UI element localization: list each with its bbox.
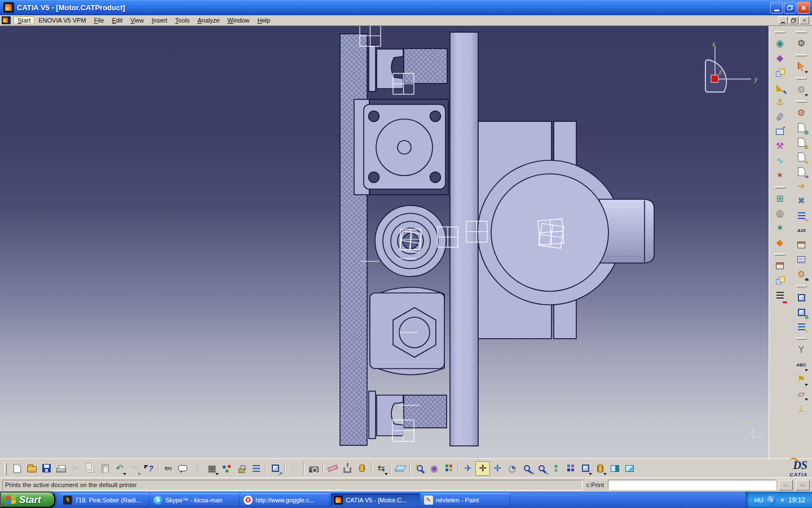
import-document-icon[interactable]: ➜ [794,164,809,179]
render-tools-icon[interactable] [412,461,427,476]
color-prism-icon[interactable]: ◆ [773,51,787,65]
sectioning-icon[interactable] [773,273,787,288]
restore-button[interactable] [784,2,796,14]
close-button[interactable]: × [797,2,810,14]
new-document-icon[interactable] [10,461,24,476]
print-icon[interactable] [54,461,68,476]
measure-item-icon[interactable] [340,461,355,476]
axis-swap-icon[interactable]: Y [794,343,809,357]
undo-icon[interactable]: ↶ [112,461,127,476]
menu-tools[interactable]: Tools [171,16,194,24]
fly-mode-icon[interactable]: ✈ [461,461,475,476]
power-gears-icon[interactable]: ⚙ [794,36,809,51]
compass-origin[interactable] [711,75,718,82]
generate-numbering-icon[interactable]: A15 [794,223,809,238]
clock[interactable]: 19:12 [788,496,805,504]
pan-icon[interactable]: ✛ [490,461,505,476]
selective-load-icon[interactable] [794,238,809,252]
motor-assembly-section[interactable] [340,32,654,446]
select-icon[interactable] [794,59,809,74]
spec-tree-icon[interactable]: ▂ [773,288,787,303]
offset-sections-icon[interactable]: ⇅ [794,305,809,319]
menu-help[interactable]: Help [254,16,275,24]
apply-material-icon[interactable] [442,461,456,476]
move-component-icon[interactable] [773,65,787,80]
orbit-sphere-icon[interactable]: ◉ [773,36,787,51]
hide-show-icon[interactable] [607,461,622,476]
knowledge-graph-icon[interactable] [219,461,234,476]
snap-view-icon[interactable]: ◎ [773,206,787,221]
clash-detection-icon[interactable]: ◆ [773,235,787,250]
menu-edit[interactable]: Edit [108,16,126,24]
taskbar-button-n-vtelen-paint[interactable]: ✎névtelen - Paint [421,493,510,506]
comment-icon[interactable] [175,461,190,476]
menu-enovia-v5-vpm[interactable]: ENOVIA V5 VPM [34,16,90,24]
section-view-icon[interactable]: ▱ [794,387,809,401]
multi-instantiation-icon[interactable]: ⚙n [794,267,809,282]
update-star-icon[interactable]: ✶ [773,168,787,183]
text-annotation-icon[interactable]: ABC [794,357,809,372]
anchor-constraint-icon[interactable]: ⚓ [773,95,787,110]
catalog-browser-icon[interactable]: ↗ [268,461,283,476]
menu-start[interactable]: Start [14,16,34,24]
multi-view-icon[interactable] [563,461,578,476]
delete-useless-icon[interactable]: ✖ [794,194,809,208]
document-icon[interactable] [2,16,11,24]
depth-effect-icon[interactable] [393,461,408,476]
start-button[interactable]: Start [0,492,55,508]
dialog-button-1[interactable]: ▭ [779,480,793,491]
rules-icon[interactable] [249,461,263,476]
cad-model[interactable]: x y [0,26,769,458]
render-style-icon[interactable] [593,461,607,476]
mdi-close-button[interactable]: × [800,16,809,24]
export-document-icon[interactable]: ➜ [794,150,809,164]
menu-analyze[interactable]: Analyze [193,16,223,24]
selection-filter-icon[interactable]: ⚙ [794,82,809,97]
update-all-icon[interactable]: ⚙ [794,106,809,120]
command-input[interactable] [608,480,776,490]
stamp-fix-icon[interactable]: ⊥ [794,401,809,416]
environment-icon[interactable]: ◉ [427,461,442,476]
tree-reorder-icon[interactable]: ↷ [794,208,809,223]
minimize-button[interactable] [770,2,783,14]
menu-file[interactable]: File [90,16,108,24]
taskbar-button-718-pink-sober-radi[interactable]: ϟ718. Pink:Sober (Radi... [60,493,149,506]
capture-image-icon[interactable] [306,461,321,476]
sketcher-icon[interactable]: ◣✎ [773,80,787,95]
design-table-icon[interactable]: ▦ [205,461,219,476]
menu-insert[interactable]: Insert [148,16,171,24]
open-icon[interactable] [24,461,39,476]
save-icon[interactable] [39,461,54,476]
taskbar-button-http-www-goggle-c[interactable]: Ohttp://www.goggle.c... [241,493,330,506]
component-arrow-icon[interactable]: ➜ [794,179,809,194]
iso-view-icon[interactable] [578,461,593,476]
attach-constraint-icon[interactable] [773,110,787,124]
tray-collapse-icon[interactable]: ‹ [767,496,776,505]
menu-window[interactable]: Window [223,16,253,24]
manipulate-axes-icon[interactable] [794,290,809,305]
enhanced-scene-icon[interactable] [773,259,787,273]
taskbar-button-skype-kicsa-man[interactable]: SSkype™ - kicsa-man [151,493,240,506]
update-positions-icon[interactable]: ⚙ [794,135,809,150]
tree-expansion-icon[interactable]: ↷ [794,319,809,334]
whats-this-icon[interactable] [142,461,156,476]
explode-icon[interactable]: ✶ [773,221,787,235]
tools-hammer-icon[interactable]: ⚒ [773,139,787,154]
3d-viewport[interactable]: x y x y z [0,26,769,458]
mdi-minimize-button[interactable] [778,16,788,24]
lock-icon[interactable] [234,461,249,476]
product-listing-icon[interactable] [794,252,809,267]
dialog-button-2[interactable]: ▭ [796,480,810,491]
measure-between-icon[interactable] [325,461,340,476]
snap-options-icon[interactable]: ⇆ [374,461,389,476]
language-indicator[interactable]: HU [754,497,763,503]
menu-view[interactable]: View [126,16,148,24]
zoom-in-icon[interactable]: + [519,461,534,476]
formula-icon[interactable]: f(x) [161,461,175,476]
zoom-out-icon[interactable]: − [534,461,549,476]
smart-flex-icon[interactable]: ∿ [773,154,787,168]
fix-constraint-icon[interactable] [773,124,787,139]
taskbar-button-catia-v5-motor-c[interactable]: CATIA V5 - [Motor.C... [331,493,420,506]
mdi-restore-button[interactable] [789,16,798,24]
view-compass[interactable]: x y z [698,42,763,98]
